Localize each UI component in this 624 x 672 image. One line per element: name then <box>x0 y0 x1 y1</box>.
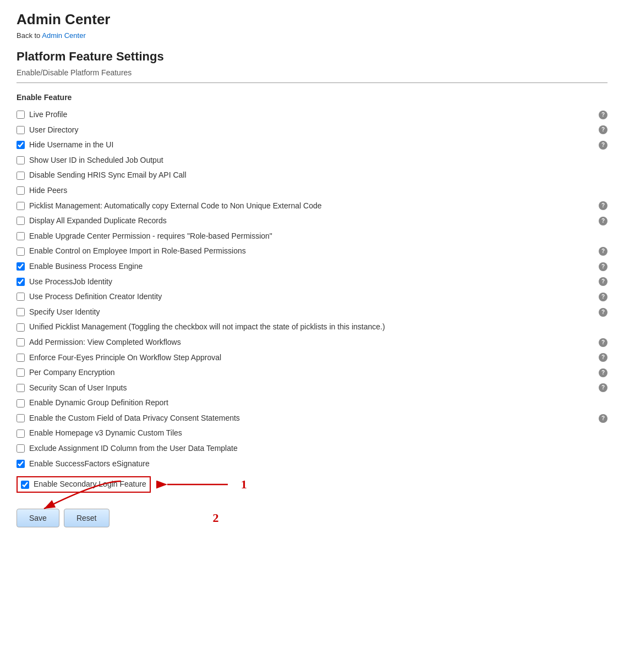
feature-item-disable-hris: Disable Sending HRIS Sync Email by API C… <box>17 168 607 183</box>
checkbox-display-expanded[interactable] <box>17 217 25 225</box>
checkbox-secondary-login[interactable] <box>21 481 29 489</box>
feature-label-homepage-v3: Enable Homepage v3 Dynamic Custom Tiles <box>29 428 607 439</box>
checkbox-exclude-assignment[interactable] <box>17 444 25 453</box>
feature-label-exclude-assignment: Exclude Assignment ID Column from the Us… <box>29 443 607 454</box>
feature-label-four-eyes: Enforce Four-Eyes Principle On Workflow … <box>29 352 596 363</box>
feature-label-hide-peers: Hide Peers <box>29 185 607 196</box>
help-icon-control-employee-import[interactable]: ? <box>599 247 607 256</box>
feature-label-secondary-login: Enable Secondary Login Feature <box>34 479 146 490</box>
help-icon-business-process[interactable]: ? <box>599 262 607 271</box>
feature-label-security-scan: Security Scan of User Inputs <box>29 383 596 394</box>
reset-button[interactable]: Reset <box>64 509 110 527</box>
checkbox-unified-picklist[interactable] <box>17 323 25 332</box>
checkbox-user-directory[interactable] <box>17 126 25 134</box>
feature-label-esignature: Enable SuccessFactors eSignature <box>29 459 607 470</box>
feature-label-display-expanded: Display All Expanded Duplicate Records <box>29 216 596 227</box>
checkbox-process-definition[interactable] <box>17 293 25 301</box>
feature-label-process-definition: Use Process Definition Creator Identity <box>29 291 596 302</box>
help-icon-user-directory[interactable]: ? <box>599 125 607 134</box>
checkbox-security-scan[interactable] <box>17 384 25 392</box>
feature-item-control-employee-import: Enable Control on Employee Import in Rol… <box>17 244 607 259</box>
feature-item-secondary-login: Enable Secondary Login Feature 1 <box>17 471 607 498</box>
checkbox-four-eyes[interactable] <box>17 354 25 362</box>
feature-item-add-permission-workflows: Add Permission: View Completed Workflows… <box>17 335 607 350</box>
feature-label-upgrade-center: Enable Upgrade Center Permission - requi… <box>29 231 607 242</box>
feature-label-unified-picklist: Unified Picklist Management (Toggling th… <box>29 322 607 333</box>
feature-label-process-job-identity: Use ProcessJob Identity <box>29 277 596 288</box>
checkbox-specify-user-identity[interactable] <box>17 308 25 316</box>
checkbox-add-permission-workflows[interactable] <box>17 338 25 346</box>
feature-item-four-eyes: Enforce Four-Eyes Principle On Workflow … <box>17 350 607 366</box>
feature-item-process-job-identity: Use ProcessJob Identity? <box>17 274 607 290</box>
feature-item-picklist-mgmt: Picklist Management: Automatically copy … <box>17 199 607 214</box>
help-icon-four-eyes[interactable]: ? <box>599 353 607 362</box>
section-title: Platform Feature Settings <box>17 49 607 64</box>
checkbox-control-employee-import[interactable] <box>17 247 25 256</box>
feature-item-security-scan: Security Scan of User Inputs? <box>17 381 607 396</box>
divider <box>17 82 607 83</box>
help-icon-custom-field-privacy[interactable]: ? <box>599 414 607 423</box>
feature-item-per-company-encryption: Per Company Encryption? <box>17 365 607 381</box>
checkbox-homepage-v3[interactable] <box>17 429 25 438</box>
feature-label-hide-username: Hide Username in the UI <box>29 140 596 151</box>
back-text: Back to <box>17 31 42 40</box>
checkbox-show-user-id[interactable] <box>17 156 25 164</box>
help-icon-add-permission-workflows[interactable]: ? <box>599 338 607 347</box>
feature-label-dynamic-group: Enable Dynamic Group Definition Report <box>29 398 607 409</box>
checkbox-live-profile[interactable] <box>17 111 25 119</box>
feature-label-custom-field-privacy: Enable the Custom Field of Data Privacy … <box>29 413 596 424</box>
annotation-1: 1 <box>241 476 247 493</box>
feature-item-homepage-v3: Enable Homepage v3 Dynamic Custom Tiles <box>17 426 607 441</box>
annotation-2: 2 <box>213 511 219 525</box>
help-icon-display-expanded[interactable]: ? <box>599 217 607 225</box>
feature-label-business-process: Enable Business Process Engine <box>29 261 596 272</box>
admin-center-link[interactable]: Admin Center <box>42 31 85 40</box>
help-icon-live-profile[interactable]: ? <box>599 111 607 119</box>
back-link-container: Back to Admin Center <box>17 31 607 40</box>
checkbox-hide-peers[interactable] <box>17 186 25 195</box>
arrow-1-svg <box>156 473 239 495</box>
feature-item-hide-peers: Hide Peers <box>17 183 607 199</box>
feature-item-custom-field-privacy: Enable the Custom Field of Data Privacy … <box>17 411 607 426</box>
checkbox-upgrade-center[interactable] <box>17 232 25 240</box>
feature-label-add-permission-workflows: Add Permission: View Completed Workflows <box>29 337 596 348</box>
save-button[interactable]: Save <box>17 509 59 527</box>
feature-item-specify-user-identity: Specify User Identity? <box>17 305 607 320</box>
checkbox-business-process[interactable] <box>17 262 25 271</box>
checkbox-custom-field-privacy[interactable] <box>17 414 25 422</box>
help-icon-picklist-mgmt[interactable]: ? <box>599 201 607 210</box>
enable-feature-heading: Enable Feature <box>17 93 607 102</box>
help-icon-process-definition[interactable]: ? <box>599 293 607 301</box>
help-icon-specify-user-identity[interactable]: ? <box>599 308 607 317</box>
subtitle: Enable/Disable Platform Features <box>17 68 607 77</box>
checkbox-per-company-encryption[interactable] <box>17 368 25 377</box>
feature-item-display-expanded: Display All Expanded Duplicate Records? <box>17 213 607 229</box>
feature-item-user-directory: User Directory? <box>17 123 607 138</box>
feature-item-hide-username: Hide Username in the UI? <box>17 137 607 153</box>
feature-item-dynamic-group: Enable Dynamic Group Definition Report <box>17 395 607 411</box>
feature-item-exclude-assignment: Exclude Assignment ID Column from the Us… <box>17 441 607 456</box>
help-icon-per-company-encryption[interactable]: ? <box>599 368 607 377</box>
checkbox-hide-username[interactable] <box>17 141 25 149</box>
feature-item-business-process: Enable Business Process Engine? <box>17 259 607 274</box>
help-icon-hide-username[interactable]: ? <box>599 141 607 150</box>
feature-item-process-definition: Use Process Definition Creator Identity? <box>17 289 607 305</box>
checkbox-dynamic-group[interactable] <box>17 399 25 407</box>
checkbox-disable-hris[interactable] <box>17 172 25 180</box>
feature-label-disable-hris: Disable Sending HRIS Sync Email by API C… <box>29 170 607 181</box>
feature-item-esignature: Enable SuccessFactors eSignature <box>17 456 607 472</box>
feature-label-show-user-id: Show User ID in Scheduled Job Output <box>29 155 607 166</box>
buttons-section: Save Reset 2 <box>17 509 607 527</box>
checkbox-process-job-identity[interactable] <box>17 278 25 286</box>
feature-label-specify-user-identity: Specify User Identity <box>29 307 596 318</box>
help-icon-security-scan[interactable]: ? <box>599 383 607 392</box>
checkbox-esignature[interactable] <box>17 460 25 468</box>
help-icon-process-job-identity[interactable]: ? <box>599 277 607 286</box>
checkbox-picklist-mgmt[interactable] <box>17 202 25 210</box>
feature-item-upgrade-center: Enable Upgrade Center Permission - requi… <box>17 229 607 244</box>
feature-label-live-profile: Live Profile <box>29 109 596 120</box>
feature-item-live-profile: Live Profile? <box>17 107 607 123</box>
page-title: Admin Center <box>17 11 607 28</box>
feature-item-show-user-id: Show User ID in Scheduled Job Output <box>17 153 607 168</box>
feature-label-user-directory: User Directory <box>29 125 596 136</box>
